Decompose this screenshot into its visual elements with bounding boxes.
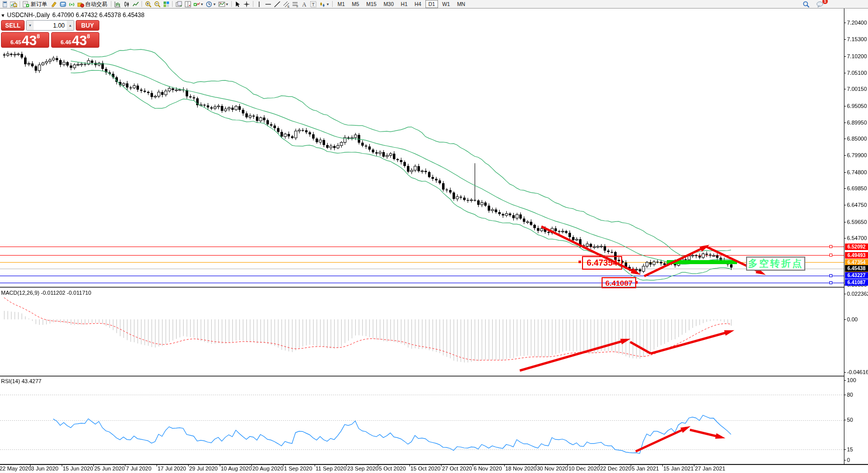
symbol-marker-icon: [2, 13, 6, 17]
date-axis-label: 25 Jun 2020: [94, 465, 125, 471]
sell-price-big: 43: [22, 35, 37, 46]
sell-price-box[interactable]: 6.45 43 8: [1, 32, 49, 48]
buy-button[interactable]: BUY: [76, 20, 99, 31]
date-axis-label: 5 Jan 2021: [632, 465, 659, 471]
chart-header: USDCNH-,Daily 6.47090 6.47432 6.45378 6.…: [2, 12, 144, 19]
one-click-trading-panel: SELL ▼ ▲ BUY 6.45 43 8 6.46 43 8: [1, 20, 99, 48]
date-axis-label: 15 Jan 2021: [663, 465, 694, 471]
rsi-axis-label: 15: [847, 446, 853, 452]
date-axis-label: 7 Jul 2020: [126, 465, 152, 471]
date-axis-label: 5 Oct 2020: [379, 465, 406, 471]
price-axis-label: 6.79900: [847, 152, 867, 158]
price-axis-label: 7.10200: [847, 53, 867, 59]
turning-point-note-box[interactable]: 多空转折点: [746, 257, 805, 271]
price-axis-label: 6.74800: [847, 169, 867, 175]
date-axis-label: 20 Aug 2020: [252, 465, 283, 471]
price-axis-label: 6.89950: [847, 120, 867, 126]
buy-price-sup: 8: [87, 33, 90, 39]
buy-price-big: 43: [72, 35, 87, 46]
sell-button[interactable]: SELL: [1, 20, 25, 31]
price-axis-label: 6.54700: [847, 235, 867, 241]
level-price-tag: 6.47354: [845, 259, 868, 266]
sell-price-small: 6.45: [11, 39, 21, 45]
date-axis-label: 6 Nov 2020: [474, 465, 502, 471]
price-axis-label: 6.59650: [847, 219, 867, 225]
price-note-text: 6.41087: [605, 279, 632, 287]
rsi-axis-label: 0: [847, 457, 850, 463]
volume-decrease-button[interactable]: ▼: [27, 21, 34, 30]
turning-point-note-text: 多空转折点: [748, 257, 803, 270]
date-axis-label: 11 Sep 2020: [316, 465, 347, 471]
macd-axis-label: 0.00: [847, 316, 857, 322]
date-axis-label: 23 Sep 2020: [347, 465, 378, 471]
current-price-tag: 6.45438: [845, 265, 868, 272]
date-axis-label: 15 Oct 2020: [410, 465, 441, 471]
level-price-tag: 6.41087: [845, 279, 868, 286]
rsi-axis-label: 50: [847, 417, 853, 423]
level-price-tag: 6.43227: [845, 272, 868, 279]
ohlc-values: 6.47090 6.47432 6.45378 6.45438: [52, 12, 144, 19]
chart-canvas[interactable]: [0, 0, 868, 473]
date-axis-label: 27 Oct 2020: [442, 465, 472, 471]
rsi-label: RSI(14) 43.4277: [1, 378, 42, 384]
buy-price-box[interactable]: 6.46 43 8: [51, 32, 99, 48]
date-axis-label: 22 May 2020: [0, 465, 32, 471]
price-axis-label: 7.05100: [847, 70, 867, 76]
date-axis-label: 29 Jul 2020: [189, 465, 218, 471]
price-axis-label: 6.64750: [847, 202, 867, 208]
rsi-axis-label: 80: [847, 392, 853, 398]
date-axis-label: 10 Dec 2020: [568, 465, 600, 471]
mt4-terminal-window: 新订单 自动交易 ▼ ▼ ▼ E F A T ▼: [0, 0, 868, 473]
price-axis-label: 6.85000: [847, 136, 867, 142]
sell-price-sup: 8: [37, 33, 40, 39]
macd-label: MACD(12,26,9) -0.011202 -0.011710: [1, 290, 91, 296]
date-axis-label: 15 Jun 2020: [63, 465, 93, 471]
volume-increase-button[interactable]: ▲: [67, 21, 74, 30]
price-axis-label: 6.95050: [847, 103, 867, 109]
price-note-text: 6.47354: [587, 258, 617, 268]
date-axis-label: 30 Nov 2020: [537, 465, 568, 471]
date-axis-label: 27 Jan 2021: [695, 465, 726, 471]
symbol-period-label: USDCNH-,Daily: [7, 12, 50, 19]
macd-axis-label: -0.046165: [847, 369, 868, 375]
date-axis-label: 18 Nov 2020: [505, 465, 536, 471]
volume-input[interactable]: [34, 21, 67, 30]
price-axis-label: 7.20400: [847, 20, 867, 26]
date-axis-label: 3 Jun 2020: [31, 465, 58, 471]
date-axis-label: 22 Dec 2020: [600, 465, 631, 471]
price-note-box-6-41087[interactable]: 6.41087: [602, 277, 636, 288]
rsi-axis-label: 100: [847, 377, 856, 383]
buy-price-small: 6.46: [61, 39, 71, 45]
macd-axis-label: 0.022362: [847, 291, 868, 297]
date-axis-label: 10 Aug 2020: [221, 465, 252, 471]
date-axis-label: 17 Jul 2020: [158, 465, 186, 471]
price-axis-label: 6.69850: [847, 185, 867, 191]
level-price-tag: 6.49493: [845, 252, 868, 259]
price-axis-label: 7.15300: [847, 36, 867, 42]
price-note-box-6-47354[interactable]: 6.47354: [582, 256, 622, 270]
level-price-tag: 6.52092: [845, 244, 868, 250]
date-axis-label: 1 Sep 2020: [284, 465, 312, 471]
volume-control: ▼ ▲: [26, 20, 74, 31]
price-axis-label: 7.00150: [847, 86, 867, 92]
